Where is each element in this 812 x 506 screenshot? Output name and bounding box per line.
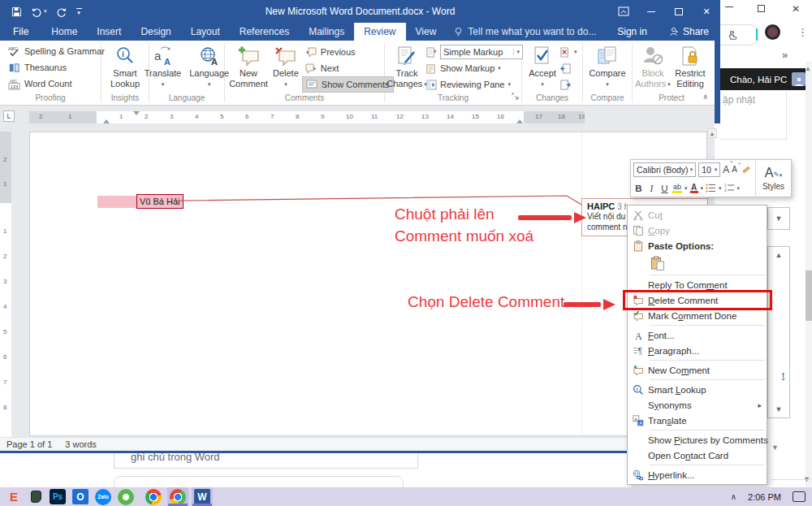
tab-design[interactable]: Design bbox=[131, 23, 180, 41]
tab-file[interactable]: File bbox=[0, 23, 41, 41]
partial-link[interactable]: t bbox=[782, 370, 784, 380]
page-scrollbar[interactable]: ▲▼ bbox=[767, 246, 790, 418]
bold-button[interactable]: B bbox=[633, 184, 644, 193]
font-color-dropdown-icon[interactable]: ▾ bbox=[701, 185, 704, 192]
extensions-puzzle-icon[interactable] bbox=[727, 30, 737, 41]
menu-item-mark-comment-done[interactable]: Mark Comment Done bbox=[628, 308, 767, 323]
taskbar-photoshop-icon[interactable]: Ps bbox=[47, 487, 68, 506]
taskbar-outlook-icon[interactable]: O bbox=[70, 487, 91, 506]
browser-maximize-button[interactable] bbox=[758, 5, 765, 12]
next-change-button[interactable] bbox=[560, 76, 577, 93]
left-indent-marker[interactable] bbox=[103, 119, 110, 123]
share-button[interactable]: Share bbox=[659, 23, 720, 41]
tell-me-box[interactable]: Tell me what you want to do... bbox=[446, 23, 604, 41]
taskbar-zalo-icon[interactable]: Zalo bbox=[93, 487, 114, 506]
compare-button[interactable]: Compare ▾ bbox=[585, 43, 628, 90]
tab-home[interactable]: Home bbox=[41, 23, 87, 41]
show-comments-button[interactable]: Show Comments bbox=[302, 76, 394, 93]
word-count-button[interactable]: ABC123 Word Count bbox=[5, 76, 76, 92]
italic-button[interactable]: I bbox=[646, 184, 657, 193]
menu-item-font[interactable]: AFont... bbox=[628, 327, 767, 343]
menu-item-synonyms[interactable]: Synonyms▸ bbox=[628, 397, 767, 413]
menu-item-delete-comment[interactable]: Delete Comment bbox=[628, 292, 767, 308]
taskbar-word-icon[interactable]: W bbox=[192, 487, 213, 506]
delete-comment-ribbon-button[interactable]: Delete ▾ bbox=[270, 43, 302, 90]
browser-menu-icon[interactable]: ⋮ bbox=[797, 26, 808, 38]
accept-button[interactable]: Accept ▾ bbox=[525, 43, 560, 90]
comment-anchor-text[interactable]: Vũ Bá Hải bbox=[136, 194, 184, 209]
previous-comment-button[interactable]: Previous bbox=[302, 44, 394, 60]
tab-view[interactable]: View bbox=[406, 23, 447, 41]
menu-item-open-contact-card[interactable]: Open Contact Card bbox=[628, 448, 767, 463]
display-for-review-select[interactable]: Simple Markup ▾ bbox=[440, 45, 523, 59]
menu-item-new-comment[interactable]: New Comment bbox=[628, 362, 767, 378]
document-page[interactable] bbox=[29, 132, 707, 436]
taskbar-e-logo[interactable]: E bbox=[3, 487, 24, 506]
scroll-down-icon[interactable]: ▼ bbox=[775, 405, 783, 413]
minimize-button[interactable] bbox=[637, 0, 665, 23]
bookmarks-overflow-icon[interactable]: » bbox=[782, 49, 788, 61]
underline-button[interactable]: U bbox=[659, 184, 670, 193]
browser-profile-avatar[interactable] bbox=[765, 24, 780, 40]
next-comment-button[interactable]: Next bbox=[302, 60, 394, 76]
previous-change-button[interactable] bbox=[560, 60, 577, 76]
styles-gallery-button[interactable]: A✎▾ Styles bbox=[755, 160, 791, 197]
collapse-ribbon-icon[interactable]: ∧ bbox=[702, 93, 708, 101]
menu-item-hyperlink[interactable]: Hyperlink... bbox=[628, 467, 767, 482]
taskbar-coccoc-icon[interactable] bbox=[115, 487, 136, 506]
user-avatar[interactable] bbox=[792, 72, 806, 86]
scroll-up-icon[interactable]: ▲ bbox=[775, 251, 783, 259]
doc-scroll-up-icon[interactable]: ▲ bbox=[707, 128, 717, 138]
menu-item-smart-lookup[interactable]: iSmart Lookup bbox=[628, 382, 767, 397]
save-icon[interactable] bbox=[11, 6, 22, 17]
menu-item-reply-to-comment[interactable]: Reply To Comment bbox=[628, 277, 767, 292]
block-authors-button[interactable]: Block Authors▾ bbox=[635, 43, 671, 90]
clock[interactable]: 2:06 PM bbox=[748, 492, 781, 502]
page-dropdown[interactable]: ▼ bbox=[767, 207, 790, 230]
taskbar-unikey-icon[interactable] bbox=[25, 487, 46, 506]
browser-close-button[interactable]: ✕ bbox=[792, 3, 800, 15]
tab-mailings[interactable]: Mailings bbox=[299, 23, 354, 41]
bullets-button[interactable] bbox=[706, 181, 716, 196]
browser-minimize-button[interactable] bbox=[725, 6, 733, 7]
menu-item-show-pictures-by-comments[interactable]: Show Pictures by Comments bbox=[628, 432, 767, 448]
font-name-select[interactable]: Calibri (Body)▾ bbox=[633, 162, 696, 177]
show-hidden-icons-chevron[interactable]: ∧ bbox=[731, 492, 736, 501]
page-indicator[interactable]: Page 1 of 1 bbox=[0, 439, 58, 449]
bullets-dropdown-icon[interactable]: ▾ bbox=[719, 185, 722, 192]
shrink-font-button[interactable]: A bbox=[732, 165, 737, 174]
right-indent-marker[interactable] bbox=[516, 119, 523, 123]
highlight-dropdown-icon[interactable]: ▾ bbox=[685, 185, 688, 192]
format-painter-icon[interactable] bbox=[742, 166, 750, 173]
track-changes-button[interactable]: Track Changes▾ bbox=[387, 43, 426, 90]
small-dropdown-icon[interactable]: ▼ bbox=[771, 443, 779, 452]
browser-address-bar-end[interactable] bbox=[720, 24, 759, 45]
smart-lookup-button[interactable]: i Smart Lookup bbox=[107, 43, 143, 90]
tab-insert[interactable]: Insert bbox=[87, 23, 131, 41]
taskbar-chrome-icon[interactable] bbox=[143, 487, 164, 506]
menu-item-copy[interactable]: Copy bbox=[628, 223, 767, 238]
undo-icon[interactable]: ▾ bbox=[31, 6, 47, 17]
first-line-indent-marker[interactable] bbox=[133, 111, 140, 115]
horizontal-ruler[interactable]: 2112345678910111213141516171819 bbox=[29, 111, 585, 123]
vertical-ruler[interactable]: 2112345678 bbox=[0, 132, 11, 437]
tab-stop-selector[interactable]: L bbox=[3, 110, 15, 122]
menu-item-paragraph[interactable]: ¶Paragraph... bbox=[628, 343, 767, 358]
font-color-button[interactable]: A bbox=[690, 184, 698, 193]
menu-item-paste-keep-source[interactable] bbox=[628, 253, 767, 273]
reject-button[interactable]: ▾ bbox=[560, 44, 577, 60]
maximize-button[interactable] bbox=[665, 0, 693, 23]
tracking-dialog-launcher-icon[interactable] bbox=[512, 89, 519, 103]
spelling-grammar-button[interactable]: ABC Spelling & Grammar bbox=[5, 43, 108, 59]
taskbar-coccoc-browser-icon[interactable] bbox=[167, 487, 188, 506]
numbering-dropdown-icon[interactable]: ▾ bbox=[737, 185, 741, 192]
browser-scrollbar-thumb[interactable] bbox=[806, 270, 812, 321]
action-center-icon[interactable] bbox=[793, 491, 806, 502]
show-markup-button[interactable]: Show Markup ▾ bbox=[426, 60, 523, 76]
ribbon-display-options-icon[interactable] bbox=[610, 0, 637, 23]
tab-layout[interactable]: Layout bbox=[181, 23, 230, 41]
highlight-color-button[interactable]: ab bbox=[672, 184, 682, 193]
tab-references[interactable]: References bbox=[230, 23, 299, 41]
restrict-editing-button[interactable]: Restrict Editing bbox=[672, 43, 708, 90]
menu-item-cut[interactable]: Cut bbox=[628, 207, 767, 223]
